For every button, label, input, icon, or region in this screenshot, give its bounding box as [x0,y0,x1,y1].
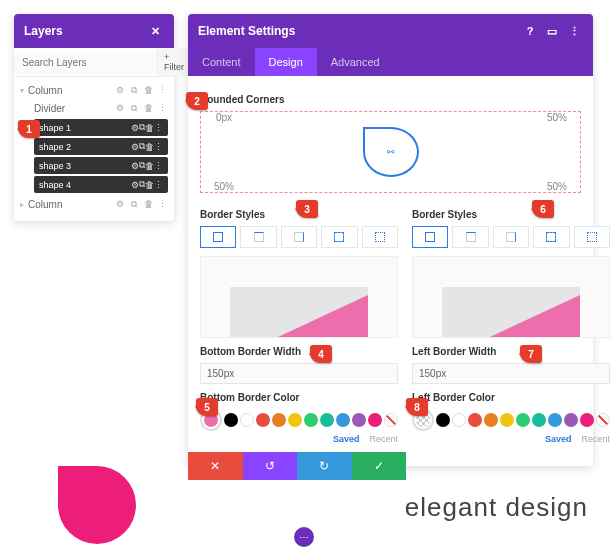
link-icon[interactable]: ⚯ [387,147,395,157]
color-swatch[interactable] [484,413,498,427]
color-swatch[interactable] [304,413,318,427]
copy-icon[interactable]: ⧉ [128,84,140,96]
color-swatch[interactable] [468,413,482,427]
color-swatch[interactable] [500,413,514,427]
color-swatch[interactable] [452,413,466,427]
recent-tab[interactable]: Recent [581,434,610,444]
trash-icon[interactable]: 🗑 [145,180,154,190]
left-width-input[interactable] [412,363,610,384]
rounded-corners-control[interactable]: ⚯ [200,111,581,193]
color-none[interactable] [384,413,398,427]
border-style-all[interactable] [412,226,448,248]
layer-shape[interactable]: shape 2⚙⧉🗑⋮ [34,138,168,155]
settings-header: Element Settings ? ▭ ⋮ [188,14,593,48]
trash-icon[interactable]: 🗑 [142,84,154,96]
trash-icon[interactable]: 🗑 [142,102,154,114]
gear-icon[interactable]: ⚙ [131,180,139,190]
border-style-bottom[interactable] [533,226,569,248]
trash-icon[interactable]: 🗑 [145,123,154,133]
color-swatch[interactable] [532,413,546,427]
help-icon[interactable]: ? [521,22,539,40]
more-icon[interactable]: ⋮ [156,198,168,210]
more-icon[interactable]: ⋮ [565,22,583,40]
gear-icon[interactable]: ⚙ [131,123,139,133]
layer-column-top[interactable]: ▾ Column ⚙ ⧉ 🗑 ⋮ [20,81,168,99]
layer-divider[interactable]: Divider ⚙ ⧉ 🗑 ⋮ [20,99,168,117]
color-swatch[interactable] [288,413,302,427]
color-swatch[interactable] [240,413,254,427]
color-swatch[interactable] [272,413,286,427]
border-style-left[interactable] [362,226,398,248]
more-icon[interactable]: ⋮ [154,161,163,171]
corner-tr-input[interactable] [534,112,580,123]
settings-panel: Element Settings ? ▭ ⋮ Content Design Ad… [188,14,593,466]
border-col-right: Border Styles Left Border Width Left Bor… [412,201,610,444]
layer-shape[interactable]: shape 4⚙⧉🗑⋮ [34,176,168,193]
border-style-right[interactable] [281,226,317,248]
corner-tl-input[interactable] [201,112,247,123]
tab-design[interactable]: Design [255,48,317,76]
gear-icon[interactable]: ⚙ [114,102,126,114]
corner-br-input[interactable] [534,181,580,192]
color-swatch[interactable] [564,413,578,427]
corner-bl-input[interactable] [201,181,247,192]
color-swatch[interactable] [224,413,238,427]
border-style-left[interactable] [574,226,610,248]
layers-tree: ▾ Column ⚙ ⧉ 🗑 ⋮ Divider ⚙ ⧉ 🗑 ⋮ shape 1… [14,77,174,221]
color-picker-current-1[interactable] [200,409,222,431]
color-swatch[interactable] [516,413,530,427]
recent-tab[interactable]: Recent [369,434,398,444]
color-none[interactable] [596,413,610,427]
layer-shape[interactable]: shape 1⚙⧉🗑⋮ [34,119,168,136]
bottom-width-input[interactable] [200,363,398,384]
gear-icon[interactable]: ⚙ [131,161,139,171]
trash-icon[interactable]: 🗑 [145,142,154,152]
tab-advanced[interactable]: Advanced [317,48,394,76]
layer-shape[interactable]: shape 3⚙⧉🗑⋮ [34,157,168,174]
more-icon[interactable]: ⋮ [154,180,163,190]
color-swatch[interactable] [352,413,366,427]
palette-left [412,409,610,431]
border-style-top[interactable] [452,226,488,248]
action-bar: ✕ ↺ ↻ ✓ [188,452,406,480]
color-swatch[interactable] [368,413,382,427]
color-swatch[interactable] [548,413,562,427]
layer-column-bottom[interactable]: ▸ Column ⚙ ⧉ 🗑 ⋮ [20,195,168,213]
expand-icon[interactable]: ▭ [543,22,561,40]
border-style-right[interactable] [493,226,529,248]
undo-button[interactable]: ↺ [243,452,298,480]
cancel-button[interactable]: ✕ [188,452,243,480]
gear-icon[interactable]: ⚙ [114,84,126,96]
color-swatch[interactable] [320,413,334,427]
more-icon[interactable]: ⋮ [156,102,168,114]
saved-tab[interactable]: Saved [333,434,360,444]
border-style-bottom[interactable] [321,226,357,248]
copy-icon[interactable]: ⧉ [128,102,140,114]
color-swatch[interactable] [256,413,270,427]
redo-button[interactable]: ↻ [297,452,352,480]
color-picker-current-2[interactable] [412,409,434,431]
copy-icon[interactable]: ⧉ [128,198,140,210]
more-icon[interactable]: ⋮ [154,123,163,133]
fab-more-button[interactable]: ⋯ [294,527,314,547]
search-input[interactable] [14,51,157,74]
border-style-all[interactable] [200,226,236,248]
more-icon[interactable]: ⋮ [154,142,163,152]
gear-icon[interactable]: ⚙ [114,198,126,210]
layers-search-row: + Filter [14,48,174,77]
color-swatch[interactable] [580,413,594,427]
trash-icon[interactable]: 🗑 [142,198,154,210]
tab-content[interactable]: Content [188,48,255,76]
confirm-button[interactable]: ✓ [352,452,407,480]
more-icon[interactable]: ⋮ [156,84,168,96]
trash-icon[interactable]: 🗑 [145,161,154,171]
shape-label: shape 1 [39,123,131,133]
gear-icon[interactable]: ⚙ [131,142,139,152]
border-style-top[interactable] [240,226,276,248]
close-icon[interactable]: ✕ [146,22,164,40]
color-swatch[interactable] [336,413,350,427]
filter-button[interactable]: + Filter [157,48,190,76]
saved-tab[interactable]: Saved [545,434,572,444]
color-swatch[interactable] [436,413,450,427]
layers-header: Layers ✕ [14,14,174,48]
